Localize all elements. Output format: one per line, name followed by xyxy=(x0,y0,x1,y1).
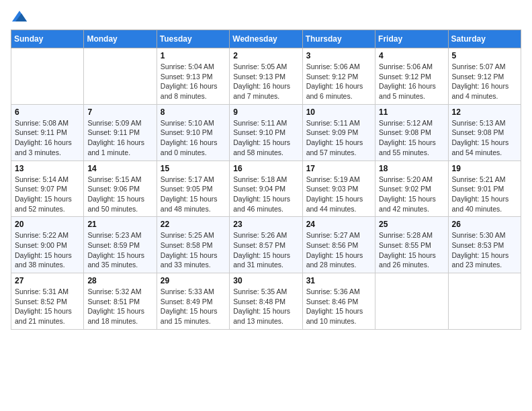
column-header-friday: Friday xyxy=(375,30,448,48)
calendar-week-2: 6Sunrise: 5:08 AMSunset: 9:11 PMDaylight… xyxy=(11,104,521,161)
column-header-wednesday: Wednesday xyxy=(230,30,302,48)
day-info: Sunrise: 5:28 AMSunset: 8:55 PMDaylight:… xyxy=(379,230,444,270)
calendar-cell: 30Sunrise: 5:35 AMSunset: 8:48 PMDayligh… xyxy=(230,273,302,330)
column-header-thursday: Thursday xyxy=(302,30,375,48)
calendar-cell: 11Sunrise: 5:12 AMSunset: 9:08 PMDayligh… xyxy=(375,104,448,161)
day-info: Sunrise: 5:13 AMSunset: 9:08 PMDaylight:… xyxy=(452,118,517,158)
column-header-saturday: Saturday xyxy=(448,30,521,48)
calendar-cell: 20Sunrise: 5:22 AMSunset: 9:00 PMDayligh… xyxy=(11,217,84,273)
calendar-cell: 2Sunrise: 5:05 AMSunset: 9:13 PMDaylight… xyxy=(230,48,302,105)
day-number: 1 xyxy=(161,51,226,60)
calendar-cell: 12Sunrise: 5:13 AMSunset: 9:08 PMDayligh… xyxy=(448,104,521,161)
calendar-cell: 13Sunrise: 5:14 AMSunset: 9:07 PMDayligh… xyxy=(11,161,84,217)
day-info: Sunrise: 5:14 AMSunset: 9:07 PMDaylight:… xyxy=(15,175,80,214)
day-number: 7 xyxy=(87,107,152,117)
day-number: 29 xyxy=(161,276,226,285)
calendar-table: SundayMondayTuesdayWednesdayThursdayFrid… xyxy=(11,30,521,330)
day-number: 21 xyxy=(87,220,152,229)
calendar-cell: 8Sunrise: 5:10 AMSunset: 9:10 PMDaylight… xyxy=(157,104,229,161)
day-info: Sunrise: 5:30 AMSunset: 8:53 PMDaylight:… xyxy=(452,230,517,270)
day-number: 22 xyxy=(161,220,226,229)
day-number: 26 xyxy=(452,220,517,229)
day-number: 28 xyxy=(87,276,152,285)
calendar-cell: 18Sunrise: 5:20 AMSunset: 9:02 PMDayligh… xyxy=(375,161,448,217)
calendar-cell: 21Sunrise: 5:23 AMSunset: 8:59 PMDayligh… xyxy=(84,217,157,273)
day-info: Sunrise: 5:05 AMSunset: 9:13 PMDaylight:… xyxy=(233,62,298,101)
day-number: 27 xyxy=(15,276,80,285)
day-number: 20 xyxy=(15,220,80,229)
day-info: Sunrise: 5:33 AMSunset: 8:49 PMDaylight:… xyxy=(161,287,226,326)
day-number: 6 xyxy=(15,107,80,117)
calendar-cell: 4Sunrise: 5:06 AMSunset: 9:12 PMDaylight… xyxy=(375,48,448,105)
calendar-week-1: 1Sunrise: 5:04 AMSunset: 9:13 PMDaylight… xyxy=(11,48,521,105)
calendar-cell xyxy=(11,48,84,105)
day-info: Sunrise: 5:09 AMSunset: 9:11 PMDaylight:… xyxy=(87,118,152,158)
calendar-week-3: 13Sunrise: 5:14 AMSunset: 9:07 PMDayligh… xyxy=(11,161,521,217)
calendar-cell xyxy=(84,48,157,105)
day-number: 31 xyxy=(306,276,371,285)
calendar-cell: 15Sunrise: 5:17 AMSunset: 9:05 PMDayligh… xyxy=(157,161,229,217)
calendar-cell: 3Sunrise: 5:06 AMSunset: 9:12 PMDaylight… xyxy=(302,48,375,105)
day-info: Sunrise: 5:20 AMSunset: 9:02 PMDaylight:… xyxy=(379,175,444,214)
calendar-cell: 10Sunrise: 5:11 AMSunset: 9:09 PMDayligh… xyxy=(302,104,375,161)
day-number: 30 xyxy=(233,276,298,285)
calendar-cell: 22Sunrise: 5:25 AMSunset: 8:58 PMDayligh… xyxy=(157,217,229,273)
calendar-cell: 16Sunrise: 5:18 AMSunset: 9:04 PMDayligh… xyxy=(230,161,302,217)
day-number: 16 xyxy=(233,164,298,173)
day-info: Sunrise: 5:15 AMSunset: 9:06 PMDaylight:… xyxy=(87,175,152,214)
calendar-week-5: 27Sunrise: 5:31 AMSunset: 8:52 PMDayligh… xyxy=(11,273,521,330)
calendar-cell: 25Sunrise: 5:28 AMSunset: 8:55 PMDayligh… xyxy=(375,217,448,273)
day-number: 11 xyxy=(379,107,444,117)
day-info: Sunrise: 5:19 AMSunset: 9:03 PMDaylight:… xyxy=(306,175,371,214)
day-info: Sunrise: 5:23 AMSunset: 8:59 PMDaylight:… xyxy=(87,230,152,270)
calendar-cell: 24Sunrise: 5:27 AMSunset: 8:56 PMDayligh… xyxy=(302,217,375,273)
calendar-cell xyxy=(448,273,521,330)
calendar-cell: 1Sunrise: 5:04 AMSunset: 9:13 PMDaylight… xyxy=(157,48,229,105)
day-number: 2 xyxy=(233,51,298,60)
day-number: 17 xyxy=(306,164,371,173)
day-info: Sunrise: 5:07 AMSunset: 9:12 PMDaylight:… xyxy=(452,62,517,101)
day-number: 14 xyxy=(87,164,152,173)
calendar-header-row: SundayMondayTuesdayWednesdayThursdayFrid… xyxy=(11,30,521,48)
day-info: Sunrise: 5:22 AMSunset: 9:00 PMDaylight:… xyxy=(15,230,80,270)
day-number: 4 xyxy=(379,51,444,60)
day-info: Sunrise: 5:06 AMSunset: 9:12 PMDaylight:… xyxy=(306,62,371,101)
calendar-cell: 6Sunrise: 5:08 AMSunset: 9:11 PMDaylight… xyxy=(11,104,84,161)
day-info: Sunrise: 5:36 AMSunset: 8:46 PMDaylight:… xyxy=(306,287,371,326)
calendar-cell: 19Sunrise: 5:21 AMSunset: 9:01 PMDayligh… xyxy=(448,161,521,217)
calendar-cell: 17Sunrise: 5:19 AMSunset: 9:03 PMDayligh… xyxy=(302,161,375,217)
column-header-sunday: Sunday xyxy=(11,30,84,48)
day-info: Sunrise: 5:04 AMSunset: 9:13 PMDaylight:… xyxy=(161,62,226,101)
day-number: 24 xyxy=(306,220,371,229)
calendar-cell: 29Sunrise: 5:33 AMSunset: 8:49 PMDayligh… xyxy=(157,273,229,330)
day-info: Sunrise: 5:11 AMSunset: 9:09 PMDaylight:… xyxy=(306,118,371,158)
calendar-cell xyxy=(375,273,448,330)
calendar-cell: 23Sunrise: 5:26 AMSunset: 8:57 PMDayligh… xyxy=(230,217,302,273)
day-info: Sunrise: 5:10 AMSunset: 9:10 PMDaylight:… xyxy=(161,118,226,158)
calendar-cell: 14Sunrise: 5:15 AMSunset: 9:06 PMDayligh… xyxy=(84,161,157,217)
calendar-cell: 28Sunrise: 5:32 AMSunset: 8:51 PMDayligh… xyxy=(84,273,157,330)
day-info: Sunrise: 5:27 AMSunset: 8:56 PMDaylight:… xyxy=(306,230,371,270)
column-header-monday: Monday xyxy=(84,30,157,48)
logo-icon xyxy=(12,11,27,21)
day-info: Sunrise: 5:17 AMSunset: 9:05 PMDaylight:… xyxy=(161,175,226,214)
day-number: 25 xyxy=(379,220,444,229)
day-number: 13 xyxy=(15,164,80,173)
day-info: Sunrise: 5:31 AMSunset: 8:52 PMDaylight:… xyxy=(15,287,80,326)
day-info: Sunrise: 5:25 AMSunset: 8:58 PMDaylight:… xyxy=(161,230,226,270)
day-number: 12 xyxy=(452,107,517,117)
day-info: Sunrise: 5:06 AMSunset: 9:12 PMDaylight:… xyxy=(379,62,444,101)
calendar-week-4: 20Sunrise: 5:22 AMSunset: 9:00 PMDayligh… xyxy=(11,217,521,273)
calendar-cell: 26Sunrise: 5:30 AMSunset: 8:53 PMDayligh… xyxy=(448,217,521,273)
day-number: 18 xyxy=(379,164,444,173)
day-number: 23 xyxy=(233,220,298,229)
day-number: 19 xyxy=(452,164,517,173)
calendar-cell: 5Sunrise: 5:07 AMSunset: 9:12 PMDaylight… xyxy=(448,48,521,105)
page-header xyxy=(11,11,521,21)
column-header-tuesday: Tuesday xyxy=(157,30,229,48)
day-info: Sunrise: 5:11 AMSunset: 9:10 PMDaylight:… xyxy=(233,118,298,158)
calendar-cell: 31Sunrise: 5:36 AMSunset: 8:46 PMDayligh… xyxy=(302,273,375,330)
day-number: 9 xyxy=(233,107,298,117)
calendar-cell: 9Sunrise: 5:11 AMSunset: 9:10 PMDaylight… xyxy=(230,104,302,161)
day-info: Sunrise: 5:21 AMSunset: 9:01 PMDaylight:… xyxy=(452,175,517,214)
